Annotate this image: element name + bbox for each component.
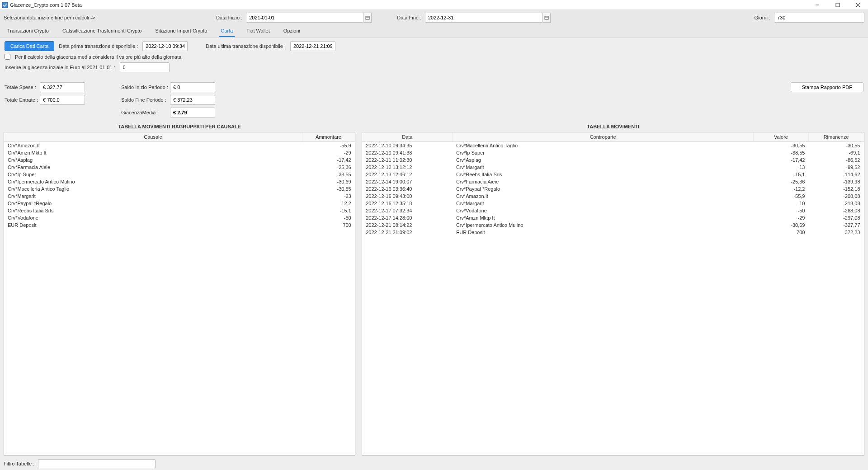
table-row[interactable]: 2022-12-21 21:09:02EUR Deposit700372,23 — [362, 229, 863, 236]
table-row[interactable]: 2022-12-10 09:34:35Crv*Macelleria Antico… — [362, 142, 863, 150]
data-inizio-label: Data Inizio : — [216, 15, 242, 20]
tab-classificazione-trasferimenti[interactable]: Calssificazione Trasferimenti Crypto — [61, 25, 143, 37]
last-tx-value — [290, 41, 335, 51]
table-right-header[interactable]: Rimanenze — [808, 132, 863, 142]
table-row[interactable]: 2022-12-17 07:32:34Crv*Vodafone-50-268,0… — [362, 207, 863, 214]
saldo-inizio-value — [170, 82, 215, 92]
table-right-header[interactable]: Valore — [753, 132, 808, 142]
saldo-fine-label: Saldo Fine Periodo : — [121, 97, 166, 103]
tables-row: TABELLA MOVIMENTI RAGRUPPATI PER CAUSALE… — [0, 121, 868, 457]
table-left-header[interactable]: Causale — [4, 132, 302, 142]
first-tx-label: Data prima transazione disponibile : — [59, 43, 138, 49]
table-right-title: TABELLA MOVIMENTI — [362, 121, 864, 132]
carta-panel: Carica Dati Carta Data prima transazione… — [0, 38, 868, 79]
calendar-icon — [365, 15, 370, 20]
giorni-label: Giorni : — [755, 15, 770, 20]
table-right[interactable]: DataControparteValoreRimanenze 2022-12-1… — [362, 132, 864, 456]
table-right-header[interactable]: Controparte — [453, 132, 754, 142]
table-row[interactable]: EUR Deposit700 — [4, 221, 355, 229]
summary-grid: Totale Spese : Totale Entrate : Saldo In… — [0, 79, 868, 121]
table-row[interactable]: 2022-12-13 12:46:12Crv*Reebs Italia Srls… — [362, 171, 863, 178]
table-row[interactable]: Crv*Paypal *Regalo-12,2 — [4, 200, 355, 207]
window-title: Giacenze_Crypto.com 1.07 Beta — [10, 2, 82, 8]
data-fine-input[interactable] — [425, 13, 542, 23]
tab-situazione-import[interactable]: Sitazione Import Crypto — [153, 25, 209, 37]
totale-entrate-value — [40, 95, 85, 105]
filter-input[interactable] — [38, 459, 156, 468]
table-left-header[interactable]: Ammontare — [302, 132, 354, 142]
table-row[interactable]: Crv*Vodafone-50 — [4, 214, 355, 221]
table-row[interactable]: Crv*Reebs Italia Srls-15,1 — [4, 207, 355, 214]
data-fine-label: Data Fine : — [397, 15, 421, 20]
table-row[interactable]: 2022-12-21 08:14:22Crv*Ipermercato Antic… — [362, 221, 863, 229]
filter-label: Filtro Tabelle : — [4, 461, 34, 466]
high-value-checkbox-label: Per il calcolo della giacenza media cons… — [15, 54, 181, 60]
first-tx-value — [142, 41, 188, 51]
table-row[interactable]: Crv*Ip Super-38,55 — [4, 171, 355, 178]
giacenza-media-value — [170, 108, 215, 118]
saldo-fine-value — [170, 95, 215, 105]
table-row[interactable]: 2022-12-17 14:28:00Crv*Amzn Mktp It-29-2… — [362, 214, 863, 221]
table-row[interactable]: 2022-12-14 19:00:07Crv*Farmacia Aieie-25… — [362, 178, 863, 185]
totale-entrate-label: Totale Entrate : — [5, 97, 36, 103]
table-row[interactable]: 2022-12-16 12:35:18Crv*Margarit-10-218,0… — [362, 200, 863, 207]
totale-spese-label: Totale Spese : — [5, 85, 36, 90]
table-row[interactable]: Crv*Ipermercato Antico Mulino-30,69 — [4, 178, 355, 185]
date-prompt: Seleziona data inizio e fine per i calco… — [4, 15, 95, 20]
table-row[interactable]: Crv*Margarit-23 — [4, 193, 355, 200]
svg-rect-5 — [366, 16, 369, 19]
initial-balance-input[interactable] — [120, 62, 170, 72]
totale-spese-value — [40, 82, 85, 92]
high-value-checkbox[interactable] — [5, 54, 10, 60]
giorni-input[interactable] — [774, 13, 864, 23]
data-inizio-input[interactable] — [246, 13, 363, 23]
table-row[interactable]: Crv*Aspiag-17,42 — [4, 156, 355, 164]
table-row[interactable]: 2022-12-16 09:43:00Crv*Amazon.It-55,9-20… — [362, 193, 863, 200]
maximize-button[interactable] — [827, 0, 848, 10]
carica-dati-carta-button[interactable]: Carica Dati Carta — [5, 41, 54, 51]
date-selection-row: Seleziona data inizio e fine per i calco… — [0, 10, 868, 25]
table-row[interactable]: 2022-12-16 03:36:40Crv*Paypal *Regalo-12… — [362, 185, 863, 193]
table-row[interactable]: 2022-12-11 11:02:30Crv*Aspiag-17,42-86,5… — [362, 156, 863, 164]
stampa-pdf-button[interactable]: Stampa Rapporto PDF — [791, 82, 863, 92]
table-right-header[interactable]: Data — [362, 132, 453, 142]
saldo-inizio-label: Saldo Inizio Periodo : — [121, 85, 166, 90]
svg-rect-7 — [545, 16, 548, 19]
data-inizio-picker-button[interactable] — [363, 13, 372, 23]
minimize-icon — [815, 3, 820, 7]
table-row[interactable]: 2022-12-12 13:12:12Crv*Margarit-13-99,52 — [362, 164, 863, 171]
last-tx-label: Data ultima transazione disponibile : — [206, 43, 286, 49]
maximize-icon — [835, 3, 840, 7]
giacenza-media-label: GiacenzaMedia : — [121, 110, 166, 115]
minimize-button[interactable] — [807, 0, 827, 10]
tab-fiat-wallet[interactable]: Fiat Wallet — [245, 25, 272, 37]
table-row[interactable]: 2022-12-10 09:41:38Crv*Ip Super-38,55-69… — [362, 149, 863, 156]
calendar-icon — [544, 15, 549, 20]
table-left-title: TABELLA MOVIMENTI RAGRUPPATI PER CAUSALE — [4, 121, 355, 132]
table-left[interactable]: CausaleAmmontare Crv*Amazon.It-55,9Crv*A… — [4, 132, 355, 456]
data-fine-picker-button[interactable] — [542, 13, 551, 23]
tab-transazioni-crypto[interactable]: Transazioni Crypto — [5, 25, 51, 37]
table-row[interactable]: Crv*Farmacia Aieie-25,36 — [4, 164, 355, 171]
initial-balance-label: Inserire la giacenza inziale in Euro al … — [5, 65, 115, 70]
svg-rect-2 — [836, 3, 840, 7]
table-row[interactable]: Crv*Amzn Mktp It-29 — [4, 149, 355, 156]
table-row[interactable]: Crv*Macelleria Antico Taglio-30,55 — [4, 185, 355, 193]
footer-row: Filtro Tabelle : — [0, 457, 868, 470]
close-button[interactable] — [848, 0, 868, 10]
tab-carta[interactable]: Carta — [219, 25, 235, 37]
close-icon — [856, 3, 860, 7]
tab-bar: Transazioni Crypto Calssificazione Trasf… — [0, 25, 868, 38]
titlebar: Giacenze_Crypto.com 1.07 Beta — [0, 0, 868, 10]
app-icon — [2, 2, 8, 8]
svg-rect-0 — [2, 2, 8, 8]
tab-opzioni[interactable]: Opzioni — [282, 25, 302, 37]
table-row[interactable]: Crv*Amazon.It-55,9 — [4, 142, 355, 150]
